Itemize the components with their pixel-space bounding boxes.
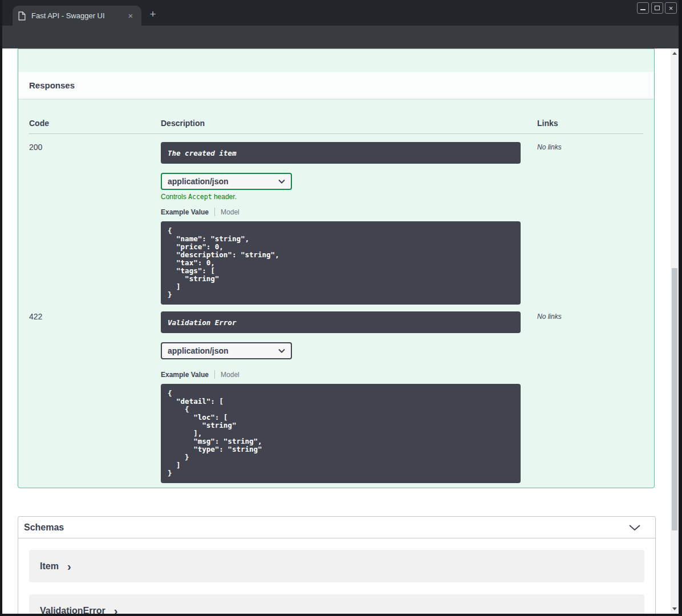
response-links: No links [537, 142, 643, 305]
chevron-right-icon: › [114, 606, 118, 614]
accept-header-hint: Controls Accept header. [161, 193, 537, 201]
chevron-down-icon [278, 179, 285, 184]
scrollbar-thumb[interactable] [672, 268, 677, 530]
model-card-item[interactable]: Item › [29, 550, 644, 582]
media-type-value: application/json [168, 177, 278, 186]
post-operation-panel: Responses Code Description Links 200 The… [18, 48, 655, 488]
tab-title: Fast API - Swagger UI [31, 11, 125, 20]
tab-example-value[interactable]: Example Value [161, 208, 209, 216]
chevron-down-icon[interactable] [628, 524, 641, 531]
chevron-down-icon [278, 348, 285, 353]
tab-example-value[interactable]: Example Value [161, 371, 209, 379]
tab-separator [214, 370, 215, 379]
response-description-box: Validation Error [161, 311, 521, 333]
column-header-code: Code [29, 119, 161, 128]
minimize-icon [640, 9, 646, 10]
tab-model[interactable]: Model [221, 371, 239, 379]
page-scrollbar[interactable] [671, 48, 679, 614]
responses-section-header: Responses [18, 72, 654, 99]
new-tab-button[interactable]: + [147, 8, 159, 21]
responses-table-header: Code Description Links [29, 119, 643, 134]
response-links: No links [537, 311, 643, 483]
model-name: Item [40, 561, 59, 572]
window-border-bottom [0, 614, 682, 616]
response-code: 422 [29, 311, 161, 483]
window-border-left [0, 0, 2, 616]
tab-separator [214, 208, 215, 216]
minimize-button[interactable] [637, 2, 649, 14]
schemas-section: Schemas Item › ValidationError › [18, 516, 656, 614]
response-code: 200 [29, 142, 161, 305]
response-row-422: 422 Validation Error application/json Ex… [29, 305, 643, 483]
browser-tab[interactable]: Fast API - Swagger UI × [13, 6, 141, 26]
maximize-icon [655, 6, 660, 10]
swagger-page: Responses Code Description Links 200 The… [2, 48, 671, 614]
scroll-down-arrow-icon[interactable] [672, 607, 677, 610]
scroll-up-arrow-icon[interactable] [672, 52, 677, 55]
example-json-block: { "name": "string", "price": 0, "descrip… [161, 221, 521, 305]
model-name: ValidationError [40, 606, 105, 614]
response-row-200: 200 The created item application/json Co… [29, 134, 643, 305]
response-description-cell: The created item application/json Contro… [161, 142, 537, 305]
example-json-block: { "detail": [ { "loc": [ "string" ], "ms… [161, 384, 521, 483]
example-model-tabs: Example Value Model [161, 208, 537, 216]
window-border-right [679, 0, 682, 616]
schemas-header[interactable]: Schemas [18, 517, 655, 538]
tab-strip: Fast API - Swagger UI × + × [0, 0, 682, 26]
chevron-right-icon: › [67, 561, 71, 572]
close-window-button[interactable]: × [665, 2, 677, 14]
browser-toolbar: 127.0.0.1:8000/docs [0, 26, 682, 48]
maximize-button[interactable] [651, 2, 663, 14]
hint-suffix: header. [212, 193, 237, 201]
page-favicon-icon [18, 11, 26, 21]
responses-title: Responses [29, 80, 75, 90]
tab-model[interactable]: Model [221, 208, 239, 216]
media-type-select[interactable]: application/json [161, 342, 292, 359]
responses-table: Code Description Links 200 The created i… [18, 99, 654, 495]
media-type-select[interactable]: application/json [161, 173, 292, 190]
response-description-text: Validation Error [168, 318, 236, 327]
schemas-body: Item › ValidationError › [18, 538, 655, 614]
column-header-description: Description [161, 119, 537, 128]
media-type-value: application/json [168, 346, 278, 355]
response-description-text: The created item [168, 149, 236, 157]
hint-code: Accept [188, 193, 212, 201]
hint-prefix: Controls [161, 193, 188, 201]
close-icon: × [669, 5, 673, 12]
model-card-validationerror[interactable]: ValidationError › [29, 594, 644, 614]
response-description-cell: Validation Error application/json Exampl… [161, 311, 537, 483]
close-tab-icon[interactable]: × [125, 11, 136, 20]
response-description-box: The created item [161, 142, 521, 164]
schemas-title: Schemas [24, 522, 628, 533]
column-header-links: Links [537, 119, 643, 128]
example-model-tabs: Example Value Model [161, 370, 537, 379]
